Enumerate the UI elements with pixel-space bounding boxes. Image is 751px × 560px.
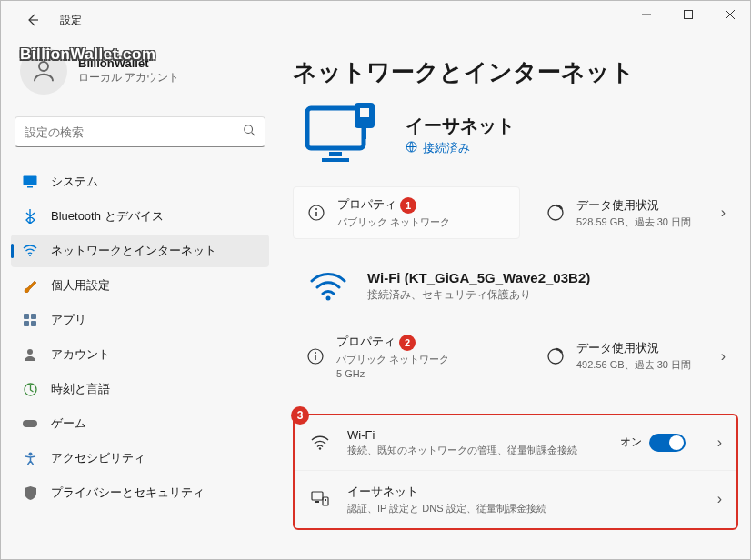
nav-network[interactable]: ネットワークとインターネット bbox=[11, 235, 269, 267]
page-title: ネットワークとインターネット bbox=[293, 56, 738, 88]
wifi-icon bbox=[22, 243, 38, 259]
maximize-button[interactable] bbox=[667, 0, 709, 29]
svg-point-25 bbox=[315, 352, 316, 354]
wifi-status: 接続済み、セキュリティ保護あり bbox=[367, 287, 590, 303]
game-icon bbox=[22, 415, 38, 432]
svg-point-27 bbox=[319, 447, 321, 449]
chevron-right-icon: › bbox=[712, 205, 726, 221]
svg-point-21 bbox=[315, 208, 317, 210]
brush-icon bbox=[22, 277, 38, 294]
card-title: データ使用状況 bbox=[576, 340, 691, 356]
nav-system[interactable]: システム bbox=[11, 165, 269, 198]
svg-rect-0 bbox=[685, 11, 693, 19]
card-title: データ使用状況 bbox=[576, 197, 691, 214]
nav-apps[interactable]: アプリ bbox=[11, 304, 269, 336]
clock-icon bbox=[22, 381, 38, 397]
card-subtitle2: 5 GHz bbox=[336, 368, 449, 379]
svg-rect-12 bbox=[23, 420, 37, 427]
nav-gaming[interactable]: ゲーム bbox=[11, 407, 269, 440]
ethernet-monitor-icon bbox=[304, 103, 384, 166]
watermark: BillionWallet.com bbox=[20, 45, 156, 64]
search-icon bbox=[243, 124, 255, 140]
list-item-subtitle: 認証、IP 設定と DNS 設定、従量制課金接続 bbox=[347, 502, 546, 515]
ethernet-settings-item[interactable]: イーサネット 認証、IP 設定と DNS 設定、従量制課金接続 › bbox=[295, 471, 736, 528]
chevron-right-icon: › bbox=[708, 435, 722, 451]
chevron-right-icon: › bbox=[712, 348, 726, 365]
ethernet-icon bbox=[309, 491, 331, 507]
nav-privacy[interactable]: プライバシーとセキュリティ bbox=[11, 476, 269, 509]
nav-time-language[interactable]: 時刻と言語 bbox=[11, 373, 269, 405]
svg-point-5 bbox=[29, 255, 31, 256]
ethernet-hero: イーサネット 接続済み bbox=[293, 103, 738, 166]
nav-label: 個人用設定 bbox=[51, 277, 110, 294]
wifi-connection-block: Wi-Fi (KT_GiGA_5G_Wave2_03B2) 接続済み、セキュリテ… bbox=[293, 265, 738, 308]
apps-icon bbox=[22, 312, 38, 328]
data-usage-icon bbox=[546, 347, 566, 365]
back-button[interactable] bbox=[18, 5, 47, 35]
person-icon bbox=[22, 346, 38, 363]
annotation-badge-3: 3 bbox=[291, 406, 309, 425]
app-title: 設定 bbox=[60, 13, 82, 28]
search-box[interactable] bbox=[15, 116, 265, 147]
nav-personalization[interactable]: 個人用設定 bbox=[11, 269, 269, 302]
card-title: プロパティ bbox=[336, 335, 396, 348]
wifi-icon bbox=[309, 435, 331, 450]
wifi-settings-item[interactable]: Wi-Fi 接続、既知のネットワークの管理、従量制課金接続 オン › bbox=[295, 415, 736, 471]
card-subtitle: パブリック ネットワーク bbox=[336, 353, 449, 366]
svg-point-10 bbox=[27, 349, 33, 355]
svg-point-23 bbox=[326, 296, 331, 301]
card-subtitle: パブリック ネットワーク bbox=[337, 215, 450, 229]
svg-rect-6 bbox=[24, 314, 29, 319]
svg-rect-4 bbox=[27, 186, 33, 188]
svg-rect-15 bbox=[329, 152, 342, 156]
svg-rect-9 bbox=[31, 321, 36, 326]
wifi-toggle[interactable] bbox=[649, 434, 686, 452]
ethernet-properties-card[interactable]: プロパティ1 パブリック ネットワーク bbox=[293, 186, 520, 239]
nav-label: ゲーム bbox=[51, 415, 86, 432]
ethernet-status: 接続済み bbox=[406, 140, 515, 156]
annotation-badge-2: 2 bbox=[399, 335, 416, 351]
svg-rect-7 bbox=[31, 314, 36, 319]
svg-rect-29 bbox=[315, 501, 319, 503]
nav-label: アカウント bbox=[51, 346, 110, 363]
nav-label: プライバシーとセキュリティ bbox=[51, 485, 205, 501]
minimize-button[interactable] bbox=[626, 0, 667, 29]
annotation-badge-1: 1 bbox=[400, 197, 416, 214]
wifi-name: Wi-Fi (KT_GiGA_5G_Wave2_03B2) bbox=[367, 270, 590, 285]
user-block[interactable]: BillionWallet ローカル アカウント BillionWallet.c… bbox=[11, 40, 269, 102]
svg-rect-31 bbox=[325, 499, 326, 501]
nav-accessibility[interactable]: アクセシビリティ bbox=[11, 442, 269, 475]
monitor-icon bbox=[22, 174, 38, 190]
svg-point-13 bbox=[28, 452, 32, 455]
info-icon bbox=[305, 348, 325, 365]
nav-label: アプリ bbox=[51, 312, 86, 328]
search-input[interactable] bbox=[25, 125, 243, 139]
ethernet-data-usage-card[interactable]: データ使用状況 528.59 GB、過去 30 日間 › bbox=[533, 186, 738, 239]
svg-rect-28 bbox=[312, 492, 323, 500]
network-settings-list: 3 Wi-Fi 接続、既知のネットワークの管理、従量制課金接続 オン › イーサ… bbox=[293, 414, 738, 530]
list-item-subtitle: 接続、既知のネットワークの管理、従量制課金接続 bbox=[347, 444, 602, 457]
toggle-label: オン bbox=[620, 435, 642, 450]
wifi-properties-card[interactable]: プロパティ2 パブリック ネットワーク 5 GHz bbox=[293, 325, 520, 388]
data-usage-icon bbox=[546, 204, 566, 222]
wifi-data-usage-card[interactable]: データ使用状況 492.56 GB、過去 30 日間 › bbox=[533, 330, 738, 383]
bluetooth-icon bbox=[22, 208, 38, 225]
wifi-icon bbox=[302, 272, 355, 301]
globe-icon bbox=[406, 141, 417, 155]
card-subtitle: 528.59 GB、過去 30 日間 bbox=[576, 215, 691, 229]
nav-label: ネットワークとインターネット bbox=[51, 243, 216, 259]
nav-accounts[interactable]: アカウント bbox=[11, 338, 269, 371]
card-subtitle: 492.56 GB、過去 30 日間 bbox=[576, 358, 691, 372]
nav-bluetooth[interactable]: Bluetooth とデバイス bbox=[11, 200, 269, 233]
list-item-title: イーサネット bbox=[347, 484, 546, 500]
svg-point-2 bbox=[245, 125, 253, 134]
svg-rect-18 bbox=[360, 108, 369, 117]
ethernet-title: イーサネット bbox=[406, 114, 515, 138]
accessibility-icon bbox=[22, 450, 38, 466]
nav-label: Bluetooth とデバイス bbox=[51, 208, 164, 225]
svg-rect-16 bbox=[322, 158, 349, 162]
nav-label: システム bbox=[51, 174, 98, 190]
svg-rect-30 bbox=[323, 497, 328, 505]
svg-rect-3 bbox=[24, 176, 37, 185]
close-button[interactable] bbox=[709, 0, 751, 29]
